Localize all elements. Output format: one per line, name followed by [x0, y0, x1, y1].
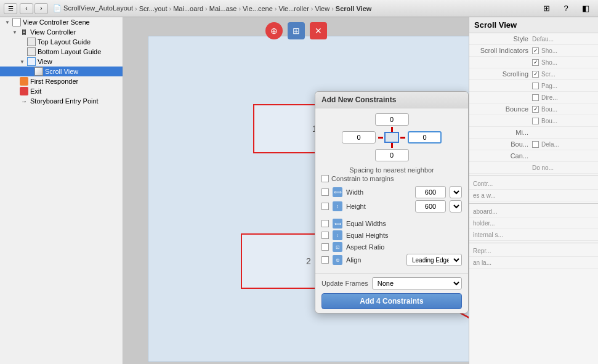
- sidebar-item-vc[interactable]: ▼ 🎛 View Controller: [0, 27, 123, 37]
- aspect-ratio-label: Aspect Ratio: [346, 243, 462, 251]
- delay-label: Bou...: [473, 140, 528, 148]
- scrolling-value: Scr...: [541, 71, 556, 78]
- update-frames-select[interactable]: None: [372, 277, 462, 289]
- assistant-editor-btn[interactable]: ⊞: [538, 2, 555, 15]
- constraint-bottom-input[interactable]: [375, 149, 409, 161]
- breadcrumb-item[interactable]: Mai...oard: [173, 5, 203, 12]
- width-label: Width: [346, 188, 411, 196]
- holder-value: holder...: [473, 220, 495, 227]
- constraint-left-input[interactable]: [342, 131, 376, 144]
- scroll-indicators-h-checkbox[interactable]: [532, 47, 539, 54]
- aspect-ratio-checkbox[interactable]: [321, 243, 329, 251]
- width-dropdown[interactable]: ▾: [450, 186, 462, 198]
- layout-guide-icon: [27, 47, 36, 56]
- sidebar-item-vc-scene[interactable]: ▼ View Controller Scene: [0, 17, 123, 27]
- equal-widths-icon: ⟺: [333, 219, 342, 229]
- sidebar-item-label: Scroll View: [45, 68, 78, 75]
- popup-header: Add New Constraints: [315, 92, 468, 108]
- disclosure-arrow[interactable]: ▼: [5, 20, 11, 25]
- popup-footer: Update Frames None Add 4 Constraints: [315, 273, 468, 313]
- breadcrumb-item-active[interactable]: Scroll View: [336, 5, 372, 12]
- constraint-top-input[interactable]: [375, 113, 409, 126]
- paging-checkbox[interactable]: [532, 83, 539, 89]
- sidebar-item-label: Top Layout Guide: [38, 38, 91, 46]
- scroll-indicators-v-value: Sho...: [541, 59, 557, 66]
- bounce2-checkbox[interactable]: [532, 118, 539, 124]
- disclosure-arrow[interactable]: ▼: [20, 59, 26, 65]
- nav-back-btn[interactable]: ‹: [20, 3, 33, 14]
- scroll-view-icon: [34, 67, 43, 76]
- update-frames-row: Update Frames None: [321, 277, 462, 289]
- popup-body: Spacing to nearest neighbor Constrain to…: [315, 108, 468, 273]
- breadcrumb-item[interactable]: 📄 ScrollView_AutoLayout: [53, 4, 133, 12]
- navigator-panel: ▼ View Controller Scene ▼ 🎛 View Control…: [0, 17, 123, 364]
- toolbar-icon-1[interactable]: ⊕: [265, 22, 283, 39]
- cancel-label: Can...: [473, 152, 528, 160]
- toolbar-icon-2[interactable]: ⊞: [288, 22, 305, 39]
- constrain-margins-checkbox[interactable]: [321, 175, 329, 182]
- constrain-margins-label: Constrain to margins: [331, 175, 394, 182]
- align-icon: ⊜: [333, 255, 342, 265]
- disclosure-arrow[interactable]: ▼: [12, 30, 18, 35]
- breadcrumb: 📄 ScrollView_AutoLayout › Scr...yout › M…: [53, 4, 371, 12]
- breadcrumb-item[interactable]: Scr...yout: [139, 5, 168, 12]
- breadcrumb-item[interactable]: View: [315, 5, 330, 12]
- height-label: Height: [346, 203, 411, 210]
- width-value-input[interactable]: [415, 186, 446, 198]
- canvas[interactable]: ⊕ ⊞ ✕ Scroll View 1 2: [123, 17, 469, 364]
- sidebar-item-top-layout[interactable]: ▼ Top Layout Guide: [0, 37, 123, 47]
- style-value: Defau...: [532, 36, 594, 42]
- height-icon: ↕: [333, 201, 342, 211]
- scene-icon: [12, 18, 21, 26]
- height-checkbox[interactable]: [321, 203, 329, 210]
- add-constraints-button[interactable]: Add 4 Constraints: [321, 293, 462, 309]
- paging-row: Pag...: [469, 80, 598, 92]
- constraint-right-input[interactable]: [408, 131, 442, 144]
- box-2-label: 2: [306, 256, 311, 266]
- toolbar-icon-3[interactable]: ✕: [310, 22, 327, 39]
- constraint-equal-heights-row: ↕ Equal Heights: [321, 230, 462, 240]
- sidebar-item-bottom-layout[interactable]: ▼ Bottom Layout Guide: [0, 47, 123, 57]
- sidebar-item-label: View: [38, 58, 52, 65]
- align-dropdown[interactable]: Leading Edges Trailing Edges Top Edges B…: [406, 254, 462, 266]
- top-bar: ☰ ‹ › 📄 ScrollView_AutoLayout › Scr...yo…: [0, 0, 598, 17]
- bounce-label: Bounce: [473, 105, 528, 113]
- sidebar-item-scroll-view[interactable]: ▼ Scroll View: [0, 67, 123, 76]
- sidebar-item-storyboard-entry[interactable]: ▼ → Storyboard Entry Point: [0, 96, 123, 106]
- width-checkbox[interactable]: [321, 188, 329, 196]
- height-value-input[interactable]: [415, 200, 446, 212]
- sidebar-item-view[interactable]: ▼ View: [0, 57, 123, 67]
- es-w-row: es a w...: [469, 190, 598, 201]
- nav-forward-btn[interactable]: ›: [34, 3, 48, 14]
- sidebar-toggle-btn[interactable]: ☰: [4, 3, 17, 14]
- scrolling-checkbox[interactable]: [532, 71, 539, 78]
- align-label: Align: [346, 256, 403, 264]
- aboard-value: aboard...: [473, 208, 497, 215]
- scroll-indicators-v-checkbox[interactable]: [532, 59, 539, 66]
- direction-checkbox[interactable]: [532, 94, 539, 101]
- sidebar-item-first-responder[interactable]: ▼ First Responder: [0, 76, 123, 86]
- breadcrumb-item[interactable]: Vie...cene: [243, 5, 273, 12]
- inspector-btn[interactable]: ◧: [577, 2, 594, 15]
- breadcrumb-item[interactable]: Vie...roller: [279, 5, 309, 12]
- scrolling-label: Scrolling: [473, 70, 528, 78]
- min-zoom-row: Mi...: [469, 127, 598, 139]
- scroll-indicators-h-value: Sho...: [541, 47, 557, 54]
- sidebar-item-label: First Responder: [30, 78, 78, 85]
- constraint-equal-widths-row: ⟺ Equal Widths: [321, 219, 462, 229]
- sidebar-item-exit[interactable]: ▼ Exit: [0, 86, 123, 96]
- breadcrumb-item[interactable]: Mai...ase: [209, 5, 237, 12]
- delay-row: Bou... Dela...: [469, 139, 598, 150]
- align-checkbox[interactable]: [321, 256, 329, 264]
- style-label: Style: [473, 35, 528, 42]
- help-btn[interactable]: ?: [557, 2, 575, 15]
- equal-heights-checkbox[interactable]: [321, 232, 329, 239]
- equal-widths-checkbox[interactable]: [321, 220, 329, 227]
- direction-row: Dire...: [469, 92, 598, 103]
- internal-row: internal s...: [469, 229, 598, 241]
- delay-checkbox[interactable]: [532, 141, 539, 148]
- min-zoom-label: Mi...: [473, 129, 528, 136]
- height-dropdown[interactable]: ▾: [450, 200, 462, 212]
- entry-point-icon: →: [20, 97, 28, 105]
- bounce-checkbox[interactable]: [532, 106, 539, 113]
